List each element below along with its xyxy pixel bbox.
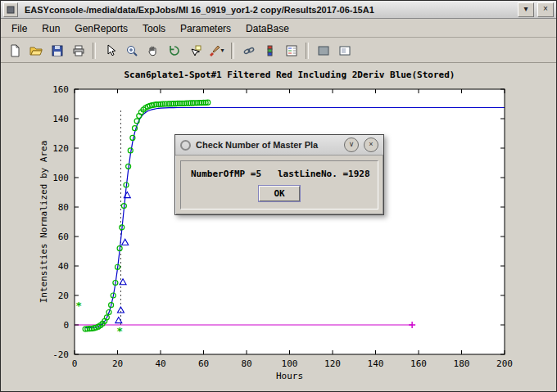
svg-text:60: 60 bbox=[58, 232, 69, 242]
window-close-button[interactable]: × bbox=[537, 2, 554, 17]
plot-tools-off-icon bbox=[317, 44, 330, 57]
plot-tools-on-icon bbox=[338, 44, 351, 57]
app-glyph-icon bbox=[7, 6, 15, 14]
figure-area: **020406080100120140160180200-2002040608… bbox=[1, 63, 557, 392]
svg-text:-20: -20 bbox=[52, 349, 69, 360]
svg-text:20: 20 bbox=[58, 291, 69, 301]
svg-text:20: 20 bbox=[112, 358, 123, 369]
menu-genreports[interactable]: GenReports bbox=[67, 20, 135, 37]
dialog-close-button[interactable]: × bbox=[364, 137, 378, 152]
colorbar-icon bbox=[264, 44, 277, 57]
dialog-body: NumberOfMP =5 lastLineNo. =1928 OK bbox=[175, 155, 383, 214]
svg-text:*: * bbox=[116, 325, 123, 337]
menu-file[interactable]: File bbox=[4, 20, 34, 37]
toolbar-separator bbox=[306, 43, 309, 59]
svg-text:100: 100 bbox=[52, 173, 69, 183]
svg-text:80: 80 bbox=[241, 358, 251, 369]
svg-text:Intensities Normalized by Area: Intensities Normalized by Area bbox=[38, 141, 49, 304]
brush-icon bbox=[209, 44, 220, 57]
svg-text:160: 160 bbox=[52, 84, 69, 95]
hand-icon bbox=[147, 44, 160, 57]
svg-text:60: 60 bbox=[198, 358, 209, 369]
open-folder-icon bbox=[29, 44, 43, 57]
menubar: File Run GenReports Tools Parameters Dat… bbox=[1, 19, 556, 38]
svg-text:120: 120 bbox=[52, 143, 69, 154]
svg-text:40: 40 bbox=[155, 358, 165, 369]
chain-link-icon bbox=[242, 44, 256, 57]
svg-text:180: 180 bbox=[454, 358, 470, 369]
toolbar-separator bbox=[93, 43, 96, 59]
svg-text:200: 200 bbox=[496, 358, 513, 369]
svg-text:0: 0 bbox=[63, 320, 69, 331]
svg-text:Scan6plate1-Spot#1 Filtered Re: Scan6plate1-Spot#1 Filtered Red Includin… bbox=[125, 70, 455, 80]
printer-icon bbox=[72, 44, 85, 57]
hide-plot-tools-button[interactable] bbox=[313, 41, 333, 61]
svg-text:*: * bbox=[75, 300, 82, 312]
legend-icon bbox=[285, 44, 298, 57]
rotate-icon bbox=[168, 44, 181, 57]
plot-canvas[interactable]: **020406080100120140160180200-2002040608… bbox=[1, 63, 557, 392]
zoom-in-icon bbox=[125, 44, 138, 57]
insert-colorbar-button[interactable] bbox=[260, 41, 280, 61]
svg-text:140: 140 bbox=[368, 358, 384, 369]
menu-run[interactable]: Run bbox=[34, 20, 67, 37]
menu-tools[interactable]: Tools bbox=[135, 20, 173, 37]
link-plot-button[interactable] bbox=[238, 41, 259, 61]
svg-text:100: 100 bbox=[282, 358, 298, 369]
menu-parameters[interactable]: Parameters bbox=[173, 20, 238, 37]
insert-legend-button[interactable] bbox=[281, 41, 301, 61]
svg-text:40: 40 bbox=[58, 261, 69, 272]
menu-database[interactable]: DataBase bbox=[238, 20, 297, 37]
edit-pointer-button[interactable] bbox=[100, 41, 120, 61]
show-plot-tools-button[interactable] bbox=[334, 41, 355, 61]
zoom-in-button[interactable] bbox=[121, 41, 142, 61]
window-shade-button[interactable]: ▾ bbox=[518, 2, 534, 17]
new-file-icon bbox=[8, 44, 21, 57]
window-icon[interactable] bbox=[3, 2, 18, 17]
window-title: EASYconsole-/media/data/ExpJobs/MI 16_09… bbox=[21, 5, 514, 15]
rotate-3d-button[interactable] bbox=[164, 41, 184, 61]
print-figure-button[interactable] bbox=[68, 41, 88, 61]
dialog-collapse-button[interactable]: ∨ bbox=[344, 137, 359, 152]
dialog-title: Check Number of Master Pla bbox=[196, 140, 339, 150]
svg-text:0: 0 bbox=[72, 358, 78, 369]
svg-text:120: 120 bbox=[324, 358, 341, 369]
data-cursor-icon bbox=[189, 44, 202, 57]
toolbar-separator bbox=[231, 43, 234, 59]
pan-button[interactable] bbox=[143, 41, 163, 61]
dialog-message: NumberOfMP =5 lastLineNo. =1928 bbox=[191, 169, 371, 179]
check-number-dialog: Check Number of Master Pla ∨ × NumberOfM… bbox=[174, 134, 384, 215]
save-figure-button[interactable] bbox=[47, 41, 67, 61]
new-file-button[interactable] bbox=[4, 41, 25, 61]
svg-text:Hours: Hours bbox=[276, 371, 303, 381]
toolbar: ▾ bbox=[1, 38, 556, 63]
dialog-icon bbox=[180, 140, 191, 151]
app-window: EASYconsole-/media/data/ExpJobs/MI 16_09… bbox=[0, 0, 557, 392]
window-titlebar[interactable]: EASYconsole-/media/data/ExpJobs/MI 16_09… bbox=[1, 1, 556, 19]
open-file-button[interactable] bbox=[25, 41, 46, 61]
svg-text:140: 140 bbox=[52, 114, 69, 124]
brush-data-button[interactable]: ▾ bbox=[206, 41, 227, 61]
dialog-titlebar[interactable]: Check Number of Master Pla ∨ × bbox=[175, 135, 383, 155]
ok-button[interactable]: OK bbox=[259, 186, 300, 201]
dialog-panel: NumberOfMP =5 lastLineNo. =1928 OK bbox=[180, 160, 378, 210]
dropdown-caret-icon: ▾ bbox=[220, 47, 224, 54]
svg-text:160: 160 bbox=[410, 358, 427, 369]
save-floppy-icon bbox=[51, 44, 64, 57]
pointer-arrow-icon bbox=[104, 44, 117, 57]
data-cursor-button[interactable] bbox=[185, 41, 206, 61]
svg-text:80: 80 bbox=[58, 202, 69, 213]
